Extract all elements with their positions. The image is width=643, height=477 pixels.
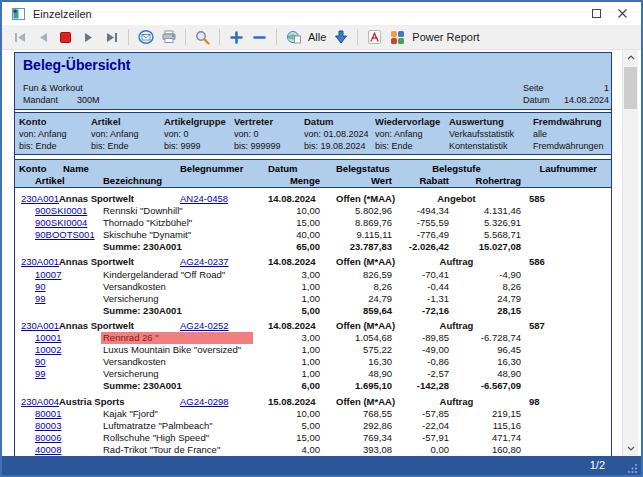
- filter-column-datum: Datumvon: 01.08.2024bis: 19.08.2024: [304, 116, 375, 151]
- summe-rabatt: -72,16: [392, 305, 449, 317]
- konto-link[interactable]: 230A001: [21, 193, 59, 205]
- column-header-belegstatus: Belegstatus: [336, 163, 390, 174]
- zoom-in-button[interactable]: [225, 27, 248, 47]
- kunde-name: Annas Sportwelt: [59, 256, 134, 268]
- download-all-button[interactable]: [329, 27, 352, 47]
- report-header: Beleg-Übersicht Fun & Workout Mandant 30…: [15, 53, 611, 110]
- konto-link[interactable]: 230A001: [21, 320, 59, 332]
- menge-cell: 15,00: [260, 432, 320, 444]
- pdf-export-button[interactable]: [363, 27, 386, 47]
- filter-label: Wiedervorlage: [375, 116, 449, 128]
- next-page-button[interactable]: [77, 27, 100, 47]
- close-button[interactable]: [609, 5, 635, 23]
- filter-label: Auswertung: [449, 116, 533, 128]
- filter-line2: bis: 19.08.2024: [304, 140, 375, 151]
- scrollbar-thumb[interactable]: [624, 67, 637, 109]
- column-header-belegstufe: Belegstufe: [392, 163, 521, 174]
- beleg-datum: 14.08.2024: [268, 193, 316, 205]
- laufnummer: 587: [529, 320, 545, 332]
- artikel-link[interactable]: 900SKI0004: [35, 217, 87, 229]
- email-button[interactable]: [134, 27, 157, 47]
- wert-cell: 769,34: [320, 432, 392, 444]
- rabatt-cell: -49,00: [392, 344, 449, 356]
- artikel-link[interactable]: 90BOOTS001: [35, 229, 95, 241]
- bezeichnung-cell: Luxus Mountain Bike "oversized": [103, 344, 241, 356]
- pdf-icon: [368, 30, 381, 44]
- belegnummer-link[interactable]: AN24-0458: [180, 193, 228, 205]
- group-header-row: 230A001Annas SportweltAG24-025214.08.202…: [15, 320, 611, 332]
- summe-label: Summe: 230A001: [103, 305, 182, 317]
- close-icon: [618, 9, 627, 18]
- table-body: 230A001Annas SportweltAN24-045814.08.202…: [15, 188, 611, 456]
- bezeichnung-cell: Kindergeländerad "Off Road": [103, 269, 225, 281]
- filter-line2: bis: Ende: [91, 140, 164, 151]
- einzelzeilen-window: Einzelzeilen: [0, 0, 643, 477]
- scroll-down-button[interactable]: [623, 441, 638, 456]
- belegnummer-link[interactable]: AG24-0237: [180, 256, 229, 268]
- bezeichnung-cell: Rennski "Downhill": [103, 205, 183, 217]
- rabatt-cell: -22,04: [392, 420, 449, 432]
- article-row: 99Versicherung1,0048,90-2,5748,90: [15, 368, 611, 380]
- filter-column-fremdwährung: FremdwährungalleFremdwährungen: [533, 116, 611, 151]
- belegstatus: Offen (M*AA): [336, 256, 395, 268]
- previous-page-button[interactable]: [31, 27, 54, 47]
- artikel-link[interactable]: 10001: [35, 332, 61, 344]
- konto-link[interactable]: 230A001: [21, 256, 59, 268]
- belegstatus: Offen (M*AA): [336, 320, 395, 332]
- page-indicator: 1/2: [590, 459, 605, 471]
- bezeichnung-cell: Versandkosten: [103, 356, 166, 368]
- summe-menge: 65,00: [260, 241, 320, 253]
- artikel-link[interactable]: 99: [35, 368, 46, 380]
- artikel-link[interactable]: 10002: [35, 344, 61, 356]
- summe-label: Summe: 230A001: [103, 241, 182, 253]
- konto-link[interactable]: 230A004: [21, 396, 59, 408]
- zoom-out-button[interactable]: [248, 27, 271, 47]
- belegnummer-link[interactable]: AG24-0252: [180, 320, 229, 332]
- article-row: 40008Rad-Trikot "Tour de France"4,00393,…: [15, 444, 611, 456]
- magnifier-button[interactable]: [191, 27, 214, 47]
- artikel-link[interactable]: 90: [35, 281, 46, 293]
- maximize-button[interactable]: [583, 5, 609, 23]
- toolbar-separator: [219, 29, 220, 45]
- bezeichnung-cell: Versicherung: [103, 293, 158, 305]
- belegnummer-link[interactable]: AG24-0298: [180, 396, 229, 408]
- zoom-out-icon: [253, 31, 266, 44]
- resize-grip-icon[interactable]: [628, 463, 638, 473]
- artikel-link[interactable]: 900SKI0001: [35, 205, 87, 217]
- filter-column-artikel: Artikelvon: Anfangbis: Ende: [91, 116, 164, 151]
- beleg-group: 230A001Annas SportweltAN24-045814.08.202…: [15, 193, 611, 253]
- rohertrag-cell: 219,15: [449, 408, 521, 420]
- last-page-button[interactable]: [100, 27, 123, 47]
- artikel-link[interactable]: 90: [35, 356, 46, 368]
- print-button[interactable]: [157, 27, 180, 47]
- vertical-scrollbar[interactable]: [622, 50, 638, 456]
- rabatt-cell: -1,31: [392, 293, 449, 305]
- wert-cell: 8.869,76: [320, 217, 392, 229]
- wert-cell: 8,26: [320, 281, 392, 293]
- article-row: 80006Rollschuhe "High Speed"15,00769,34-…: [15, 432, 611, 444]
- article-row: 10007Kindergeländerad "Off Road"3,00826,…: [15, 269, 611, 281]
- filter-column-konto: Kontovon: Anfangbis: Ende: [19, 116, 91, 151]
- artikel-link[interactable]: 10007: [35, 269, 61, 281]
- column-header-belegnummer: Belegnummer: [180, 163, 243, 174]
- artikel-link[interactable]: 80006: [35, 432, 61, 444]
- rabatt-cell: -494,34: [392, 205, 449, 217]
- first-page-button[interactable]: [8, 27, 31, 47]
- summe-rohertrag: -6.567,09: [449, 380, 521, 392]
- artikel-link[interactable]: 80001: [35, 408, 61, 420]
- artikel-link[interactable]: 99: [35, 293, 46, 305]
- column-header-menge: Menge: [260, 175, 320, 186]
- artikel-link[interactable]: 80003: [35, 420, 61, 432]
- window-title: Einzelzeilen: [33, 8, 92, 20]
- bezeichnung-highlighted: Rennrad 26 ": [101, 332, 253, 344]
- chevron-down-icon: [627, 446, 635, 451]
- rohertrag-cell: 5.326,91: [449, 217, 521, 229]
- export-all-button[interactable]: [282, 27, 305, 47]
- scroll-up-button[interactable]: [623, 50, 638, 65]
- belegstufe: Angebot: [392, 193, 521, 205]
- filter-line1: von: 0: [164, 128, 234, 140]
- power-report-button[interactable]: [386, 27, 409, 47]
- artikel-link[interactable]: 40008: [35, 444, 61, 456]
- rohertrag-cell: -6.728,74: [449, 332, 521, 344]
- stop-button[interactable]: [54, 27, 77, 47]
